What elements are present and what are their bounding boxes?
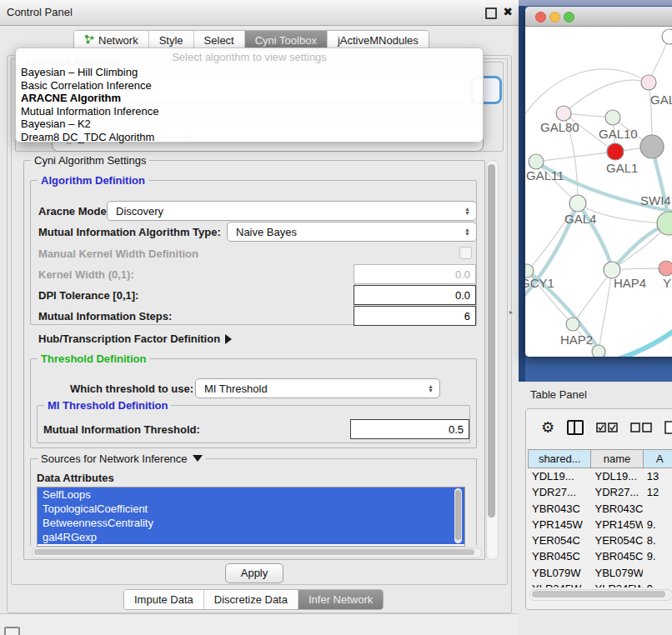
- new-table-icon[interactable]: [664, 421, 672, 434]
- network-node-hap2[interactable]: [566, 318, 579, 331]
- apply-button[interactable]: Apply: [225, 563, 283, 583]
- panel-splitter-handle[interactable]: ▸: [509, 308, 513, 316]
- column-header[interactable]: A: [643, 449, 672, 468]
- network-node-gal80[interactable]: [556, 106, 571, 121]
- algorithm-option[interactable]: Bayesian – K2: [16, 118, 483, 131]
- table-row[interactable]: YDL19...YDL19...13: [528, 468, 672, 484]
- network-node-gal11[interactable]: [529, 154, 544, 169]
- network-node-gal4[interactable]: [569, 195, 586, 212]
- node-label: GAL10: [599, 127, 638, 141]
- network-window: GALGAL80GAL10GAL1GAL11GAL4SWI4GCY1HAP4YH…: [525, 7, 672, 357]
- table-hscrollbar-thumb[interactable]: [532, 591, 665, 598]
- node-table[interactable]: shared...nameA YDL19...YDL19...13YDR27..…: [528, 449, 672, 588]
- sources-group-title[interactable]: Sources for Network Inference: [38, 452, 206, 465]
- table-panel-title: Table Panel: [530, 388, 587, 401]
- table-row[interactable]: YDR27...YDR27...12: [528, 484, 672, 500]
- attributes-scrollbar[interactable]: [454, 488, 462, 543]
- network-graph: GALGAL80GAL10GAL1GAL11GAL4SWI4GCY1HAP4YH…: [525, 27, 672, 357]
- network-node-gal[interactable]: [641, 75, 656, 90]
- column-header[interactable]: name: [590, 449, 642, 468]
- mi-type-combo[interactable]: Naive Bayes ▲▼: [227, 222, 477, 242]
- mi-threshold-label: Mutual Information Threshold:: [43, 423, 200, 436]
- algorithm-option[interactable]: ARACNE Algorithm: [16, 92, 483, 105]
- minimize-traffic-light[interactable]: [549, 12, 560, 22]
- settings-gear-icon[interactable]: ⚙: [541, 420, 554, 435]
- data-attributes-list[interactable]: SelfLoopsTopologicalCoefficientBetweenne…: [37, 487, 465, 547]
- table-cell: 8.: [643, 532, 672, 548]
- algorithm-option[interactable]: Mutual Information Inference: [16, 105, 483, 118]
- manual-kernel-checkbox[interactable]: [459, 247, 472, 259]
- attribute-item[interactable]: SelfLoops: [38, 488, 464, 502]
- tab-label: Network: [98, 34, 138, 47]
- network-icon: [84, 34, 94, 47]
- network-node-swi4[interactable]: [657, 212, 672, 235]
- tab-label: Cyni Toolbox: [255, 34, 317, 47]
- window-shadow-edge: [519, 6, 525, 382]
- combo-spinner-icon: ▲▼: [428, 384, 439, 392]
- table-row[interactable]: YBR043CYBR043C: [528, 501, 672, 517]
- table-row[interactable]: YPR145WYPR145W9.: [528, 517, 672, 532]
- network-node[interactable]: [640, 135, 664, 158]
- network-window-titlebar[interactable]: [525, 7, 672, 27]
- table-hscrollbar[interactable]: [529, 589, 672, 601]
- kernel-width-input[interactable]: 0.0: [354, 264, 476, 284]
- tab-impute-data[interactable]: Impute Data: [124, 590, 204, 609]
- attribute-item[interactable]: gal4RGexp: [38, 530, 464, 544]
- node-label: GAL: [650, 92, 672, 107]
- table-cell: YDR27...: [528, 484, 590, 500]
- table-row[interactable]: YLR345WYLR345W9.: [528, 581, 672, 588]
- mi-threshold-input[interactable]: 0.5: [350, 419, 469, 439]
- network-node-gal10[interactable]: [605, 110, 620, 125]
- network-node[interactable]: [662, 29, 672, 44]
- tab-discretize-data[interactable]: Discretize Data: [204, 590, 298, 609]
- restore-panel-icon[interactable]: [4, 627, 20, 635]
- close-traffic-light[interactable]: [535, 12, 546, 22]
- settings-hscrollbar-thumb[interactable]: [34, 549, 474, 555]
- zoom-traffic-light[interactable]: [564, 12, 574, 22]
- hub-section-toggle[interactable]: Hub/Transcription Factor Definition: [38, 332, 232, 345]
- table-cell: YBR043C: [590, 501, 642, 517]
- close-icon[interactable]: ✖: [503, 5, 513, 18]
- attributes-scrollbar-thumb[interactable]: [455, 490, 461, 540]
- manual-kernel-label: Manual Kernel Width Definition: [38, 248, 198, 260]
- network-node-gal1[interactable]: [607, 143, 624, 160]
- table-cell: YLR345W: [590, 581, 642, 588]
- table-cell: YDR27...: [590, 484, 642, 500]
- network-canvas[interactable]: GALGAL80GAL10GAL1GAL11GAL4SWI4GCY1HAP4YH…: [525, 27, 672, 357]
- mi-type-value: Naive Bayes: [228, 226, 464, 238]
- float-window-icon[interactable]: [485, 8, 497, 19]
- bright-edge: [615, 317, 672, 357]
- mi-steps-label: Mutual Information Steps:: [38, 310, 172, 322]
- attribute-item[interactable]: TopologicalCoefficient: [38, 502, 464, 516]
- mi-steps-input[interactable]: 6: [354, 306, 476, 326]
- algorithm-popup: Select algorithm to view settings Bayesi…: [15, 48, 484, 142]
- table-cell: YER054C: [528, 532, 590, 548]
- table-row[interactable]: YBL079WYBL079W: [528, 565, 672, 581]
- aracne-mode-combo[interactable]: Discovery ▲▼: [107, 201, 477, 221]
- settings-scrollbar[interactable]: [486, 160, 499, 560]
- collapsed-arrow-icon: [225, 334, 232, 344]
- mi-threshold-value: 0.5: [449, 423, 464, 436]
- cyni-settings-title: Cyni Algorithm Settings: [31, 154, 149, 167]
- tab-infer-network[interactable]: Infer Network: [298, 590, 383, 609]
- tab-label: jActiveMNodules: [338, 34, 419, 47]
- network-node-y[interactable]: [659, 261, 672, 276]
- algorithm-option[interactable]: Bayesian – Hill Climbing: [16, 66, 483, 79]
- algorithm-option[interactable]: Dream8 DC_TDC Algorithm: [16, 131, 483, 144]
- which-threshold-combo[interactable]: MI Threshold ▲▼: [195, 378, 440, 398]
- table-cell: [643, 565, 672, 581]
- table-row[interactable]: YER054CYER054C8.: [528, 532, 672, 548]
- settings-scrollbar-thumb[interactable]: [488, 164, 495, 518]
- column-header[interactable]: shared...: [528, 449, 590, 468]
- table-row[interactable]: YBR045CYBR045C9.: [528, 548, 672, 564]
- aracne-mode-label: Aracne Mode:: [38, 205, 110, 218]
- algorithm-popup-list: Bayesian – Hill ClimbingBasic Correlatio…: [16, 66, 483, 143]
- algorithm-option[interactable]: Basic Correlation Inference: [16, 79, 483, 92]
- dpi-tolerance-input[interactable]: 0.0: [354, 285, 476, 305]
- split-view-icon[interactable]: [567, 420, 584, 435]
- deselect-all-icon[interactable]: [630, 422, 652, 432]
- network-node[interactable]: [592, 345, 605, 357]
- select-all-icon[interactable]: [596, 422, 618, 432]
- settings-hscrollbar[interactable]: [32, 548, 482, 558]
- attribute-item[interactable]: BetweennessCentrality: [38, 516, 464, 530]
